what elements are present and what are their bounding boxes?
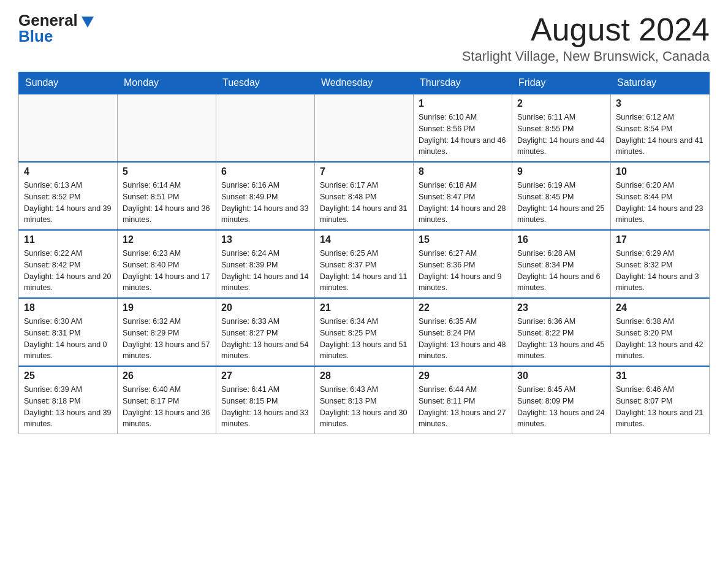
- day-info: Sunrise: 6:35 AM Sunset: 8:24 PM Dayligh…: [419, 316, 507, 362]
- calendar-cell: 16Sunrise: 6:28 AM Sunset: 8:34 PM Dayli…: [512, 230, 611, 298]
- day-number: 1: [419, 98, 507, 109]
- day-number: 17: [616, 234, 704, 245]
- day-number: 26: [123, 370, 211, 381]
- logo: General Blue: [18, 12, 94, 44]
- day-info: Sunrise: 6:39 AM Sunset: 8:18 PM Dayligh…: [24, 384, 112, 430]
- day-number: 20: [221, 302, 309, 313]
- col-header-wednesday: Wednesday: [315, 72, 414, 94]
- calendar-cell: 11Sunrise: 6:22 AM Sunset: 8:42 PM Dayli…: [19, 230, 118, 298]
- day-info: Sunrise: 6:24 AM Sunset: 8:39 PM Dayligh…: [221, 248, 309, 294]
- day-number: 3: [616, 98, 704, 109]
- col-header-sunday: Sunday: [19, 72, 118, 94]
- day-number: 21: [320, 302, 408, 313]
- calendar-cell: 13Sunrise: 6:24 AM Sunset: 8:39 PM Dayli…: [216, 230, 315, 298]
- day-number: 6: [221, 166, 309, 177]
- day-info: Sunrise: 6:12 AM Sunset: 8:54 PM Dayligh…: [616, 112, 704, 158]
- day-info: Sunrise: 6:46 AM Sunset: 8:07 PM Dayligh…: [616, 384, 704, 430]
- col-header-tuesday: Tuesday: [216, 72, 315, 94]
- day-info: Sunrise: 6:36 AM Sunset: 8:22 PM Dayligh…: [517, 316, 605, 362]
- day-info: Sunrise: 6:38 AM Sunset: 8:20 PM Dayligh…: [616, 316, 704, 362]
- day-info: Sunrise: 6:27 AM Sunset: 8:36 PM Dayligh…: [419, 248, 507, 294]
- day-number: 15: [419, 234, 507, 245]
- calendar-cell: 27Sunrise: 6:41 AM Sunset: 8:15 PM Dayli…: [216, 366, 315, 434]
- calendar-header-row: SundayMondayTuesdayWednesdayThursdayFrid…: [19, 72, 710, 94]
- calendar-cell: 21Sunrise: 6:34 AM Sunset: 8:25 PM Dayli…: [315, 298, 414, 366]
- calendar-cell: 6Sunrise: 6:16 AM Sunset: 8:49 PM Daylig…: [216, 162, 315, 230]
- day-number: 19: [123, 302, 211, 313]
- calendar-cell: 29Sunrise: 6:44 AM Sunset: 8:11 PM Dayli…: [414, 366, 512, 434]
- day-info: Sunrise: 6:28 AM Sunset: 8:34 PM Dayligh…: [517, 248, 605, 294]
- day-number: 18: [24, 302, 112, 313]
- day-info: Sunrise: 6:11 AM Sunset: 8:55 PM Dayligh…: [517, 112, 605, 158]
- calendar-cell: 25Sunrise: 6:39 AM Sunset: 8:18 PM Dayli…: [19, 366, 118, 434]
- day-info: Sunrise: 6:19 AM Sunset: 8:45 PM Dayligh…: [517, 180, 605, 226]
- calendar-cell: [216, 94, 315, 162]
- day-number: 2: [517, 98, 605, 109]
- calendar-week-row: 25Sunrise: 6:39 AM Sunset: 8:18 PM Dayli…: [19, 366, 710, 434]
- calendar-cell: [118, 94, 216, 162]
- day-number: 24: [616, 302, 704, 313]
- day-number: 9: [517, 166, 605, 177]
- page-header: General Blue August 2024 Starlight Villa…: [18, 12, 710, 64]
- day-info: Sunrise: 6:18 AM Sunset: 8:47 PM Dayligh…: [419, 180, 507, 226]
- calendar-cell: 12Sunrise: 6:23 AM Sunset: 8:40 PM Dayli…: [118, 230, 216, 298]
- calendar-cell: 4Sunrise: 6:13 AM Sunset: 8:52 PM Daylig…: [19, 162, 118, 230]
- calendar-week-row: 11Sunrise: 6:22 AM Sunset: 8:42 PM Dayli…: [19, 230, 710, 298]
- day-info: Sunrise: 6:16 AM Sunset: 8:49 PM Dayligh…: [221, 180, 309, 226]
- calendar-cell: 14Sunrise: 6:25 AM Sunset: 8:37 PM Dayli…: [315, 230, 414, 298]
- day-number: 30: [517, 370, 605, 381]
- day-number: 12: [123, 234, 211, 245]
- day-info: Sunrise: 6:29 AM Sunset: 8:32 PM Dayligh…: [616, 248, 704, 294]
- day-number: 10: [616, 166, 704, 177]
- calendar-table: SundayMondayTuesdayWednesdayThursdayFrid…: [18, 72, 710, 434]
- day-info: Sunrise: 6:13 AM Sunset: 8:52 PM Dayligh…: [24, 180, 112, 226]
- day-info: Sunrise: 6:14 AM Sunset: 8:51 PM Dayligh…: [123, 180, 211, 226]
- day-number: 27: [221, 370, 309, 381]
- calendar-cell: 20Sunrise: 6:33 AM Sunset: 8:27 PM Dayli…: [216, 298, 315, 366]
- logo-general-text: General: [18, 12, 78, 28]
- day-info: Sunrise: 6:17 AM Sunset: 8:48 PM Dayligh…: [320, 180, 408, 226]
- col-header-friday: Friday: [512, 72, 611, 94]
- calendar-cell: 26Sunrise: 6:40 AM Sunset: 8:17 PM Dayli…: [118, 366, 216, 434]
- day-number: 8: [419, 166, 507, 177]
- day-info: Sunrise: 6:41 AM Sunset: 8:15 PM Dayligh…: [221, 384, 309, 430]
- day-number: 29: [419, 370, 507, 381]
- day-info: Sunrise: 6:20 AM Sunset: 8:44 PM Dayligh…: [616, 180, 704, 226]
- calendar-cell: 3Sunrise: 6:12 AM Sunset: 8:54 PM Daylig…: [611, 94, 710, 162]
- day-info: Sunrise: 6:23 AM Sunset: 8:40 PM Dayligh…: [123, 248, 211, 294]
- day-number: 11: [24, 234, 112, 245]
- calendar-cell: [315, 94, 414, 162]
- calendar-cell: 22Sunrise: 6:35 AM Sunset: 8:24 PM Dayli…: [414, 298, 512, 366]
- calendar-body: 1Sunrise: 6:10 AM Sunset: 8:56 PM Daylig…: [19, 94, 710, 434]
- calendar-week-row: 1Sunrise: 6:10 AM Sunset: 8:56 PM Daylig…: [19, 94, 710, 162]
- month-title: August 2024: [462, 12, 710, 47]
- calendar-cell: [19, 94, 118, 162]
- day-info: Sunrise: 6:30 AM Sunset: 8:31 PM Dayligh…: [24, 316, 112, 362]
- location-title: Starlight Village, New Brunswick, Canada: [462, 48, 710, 64]
- calendar-cell: 23Sunrise: 6:36 AM Sunset: 8:22 PM Dayli…: [512, 298, 611, 366]
- day-info: Sunrise: 6:33 AM Sunset: 8:27 PM Dayligh…: [221, 316, 309, 362]
- day-number: 31: [616, 370, 704, 381]
- calendar-cell: 31Sunrise: 6:46 AM Sunset: 8:07 PM Dayli…: [611, 366, 710, 434]
- calendar-cell: 1Sunrise: 6:10 AM Sunset: 8:56 PM Daylig…: [414, 94, 512, 162]
- title-block: August 2024 Starlight Village, New Bruns…: [462, 12, 710, 64]
- calendar-cell: 10Sunrise: 6:20 AM Sunset: 8:44 PM Dayli…: [611, 162, 710, 230]
- day-info: Sunrise: 6:25 AM Sunset: 8:37 PM Dayligh…: [320, 248, 408, 294]
- calendar-cell: 5Sunrise: 6:14 AM Sunset: 8:51 PM Daylig…: [118, 162, 216, 230]
- logo-triangle-icon: [82, 17, 94, 28]
- calendar-cell: 2Sunrise: 6:11 AM Sunset: 8:55 PM Daylig…: [512, 94, 611, 162]
- day-info: Sunrise: 6:34 AM Sunset: 8:25 PM Dayligh…: [320, 316, 408, 362]
- calendar-cell: 17Sunrise: 6:29 AM Sunset: 8:32 PM Dayli…: [611, 230, 710, 298]
- day-number: 13: [221, 234, 309, 245]
- calendar-cell: 24Sunrise: 6:38 AM Sunset: 8:20 PM Dayli…: [611, 298, 710, 366]
- day-info: Sunrise: 6:32 AM Sunset: 8:29 PM Dayligh…: [123, 316, 211, 362]
- calendar-cell: 28Sunrise: 6:43 AM Sunset: 8:13 PM Dayli…: [315, 366, 414, 434]
- day-number: 7: [320, 166, 408, 177]
- day-number: 23: [517, 302, 605, 313]
- calendar-cell: 9Sunrise: 6:19 AM Sunset: 8:45 PM Daylig…: [512, 162, 611, 230]
- day-info: Sunrise: 6:10 AM Sunset: 8:56 PM Dayligh…: [419, 112, 507, 158]
- calendar-week-row: 4Sunrise: 6:13 AM Sunset: 8:52 PM Daylig…: [19, 162, 710, 230]
- col-header-saturday: Saturday: [611, 72, 710, 94]
- logo-blue-text: Blue: [18, 28, 53, 44]
- day-number: 25: [24, 370, 112, 381]
